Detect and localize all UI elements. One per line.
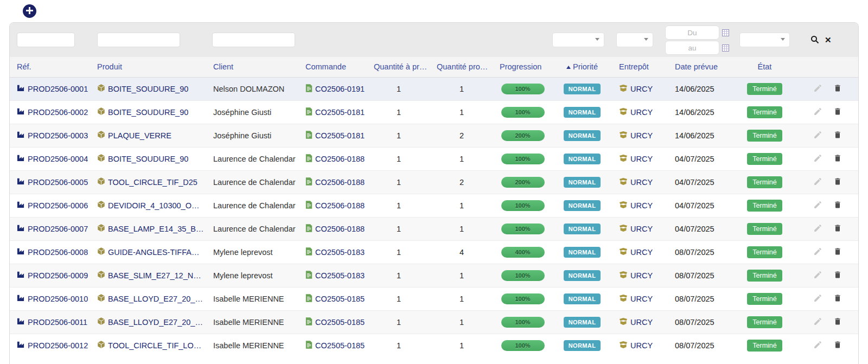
- sale-order-link[interactable]: CO2505-0181: [315, 108, 365, 117]
- sale-order-link[interactable]: CO2505-0183: [315, 248, 365, 257]
- table-row[interactable]: PROD2506-0007 BASE_LAMP_E14_35_B… Lauren…: [10, 217, 858, 240]
- warehouse-link[interactable]: URCY: [630, 85, 653, 93]
- sale-order-link[interactable]: CO2505-0185: [315, 295, 365, 303]
- sale-order-link[interactable]: CO2506-0188: [315, 201, 365, 210]
- sale-order-link[interactable]: CO2506-0191: [315, 85, 365, 93]
- production-order-link[interactable]: PROD2506-0001: [28, 85, 88, 93]
- product-link[interactable]: BASE_LAMP_E14_35_B…: [108, 225, 204, 233]
- date-to-input[interactable]: [665, 41, 719, 55]
- column-header-produit[interactable]: Produit: [90, 57, 206, 77]
- warehouse-link[interactable]: URCY: [630, 155, 653, 163]
- product-link[interactable]: BOITE_SOUDURE_90: [108, 108, 188, 117]
- production-order-link[interactable]: PROD2506-0007: [28, 225, 88, 233]
- warehouse-link[interactable]: URCY: [630, 178, 653, 187]
- column-header-commande[interactable]: Commande: [298, 57, 367, 77]
- warehouse-link[interactable]: URCY: [630, 131, 653, 140]
- product-link[interactable]: TOOL_CIRCLE_TIF_D25: [108, 178, 197, 187]
- column-header-client[interactable]: Client: [206, 57, 298, 77]
- table-row[interactable]: PROD2506-0009 BASE_SLIM_E27_12_N… Mylene…: [10, 264, 858, 287]
- delete-button[interactable]: [833, 340, 842, 351]
- production-order-link[interactable]: PROD2506-0004: [28, 155, 88, 163]
- column-header-date-prevue[interactable]: Date prévue: [665, 57, 734, 77]
- production-order-link[interactable]: PROD2506-0010: [28, 295, 88, 303]
- calendar-icon[interactable]: [722, 29, 729, 36]
- ref-filter-input[interactable]: [17, 33, 75, 47]
- sale-order-link[interactable]: CO2506-0188: [315, 178, 365, 187]
- edit-button[interactable]: [813, 293, 822, 304]
- sale-order-link[interactable]: CO2506-0188: [315, 155, 365, 163]
- production-order-link[interactable]: PROD2506-0008: [28, 248, 88, 257]
- column-header-ref[interactable]: Réf.: [10, 57, 90, 77]
- warehouse-link[interactable]: URCY: [630, 108, 653, 117]
- etat-filter-select[interactable]: [739, 33, 790, 47]
- delete-button[interactable]: [833, 154, 842, 164]
- edit-button[interactable]: [813, 154, 822, 164]
- delete-button[interactable]: [833, 270, 842, 281]
- product-link[interactable]: BOITE_SOUDURE_90: [108, 155, 188, 163]
- edit-button[interactable]: [813, 247, 822, 258]
- edit-button[interactable]: [813, 130, 822, 141]
- table-row[interactable]: PROD2506-0006 DEVIDOIR_4_10300_O… Lauren…: [10, 194, 858, 217]
- table-row[interactable]: PROD2506-0005 TOOL_CIRCLE_TIF_D25 Lauren…: [10, 170, 858, 194]
- table-row[interactable]: PROD2506-0011 BASE_LLOYD_E27_20_… Isabel…: [10, 310, 858, 334]
- production-order-link[interactable]: PROD2506-0005: [28, 178, 88, 187]
- warehouse-link[interactable]: URCY: [630, 295, 653, 303]
- edit-button[interactable]: [813, 107, 822, 118]
- production-order-link[interactable]: PROD2506-0011: [28, 318, 87, 327]
- delete-button[interactable]: [833, 223, 842, 234]
- production-order-link[interactable]: PROD2506-0006: [28, 201, 88, 210]
- delete-button[interactable]: [833, 247, 842, 258]
- delete-button[interactable]: [833, 200, 842, 211]
- production-order-link[interactable]: PROD2506-0009: [28, 271, 88, 280]
- product-link[interactable]: BASE_LLOYD_E27_20_…: [108, 295, 203, 303]
- product-link[interactable]: BASE_SLIM_E27_12_N…: [108, 271, 201, 280]
- column-header-entrepot[interactable]: Entrepôt: [612, 57, 665, 77]
- search-button[interactable]: [810, 35, 819, 46]
- production-order-link[interactable]: PROD2506-0003: [28, 131, 88, 140]
- warehouse-link[interactable]: URCY: [630, 271, 653, 280]
- date-from-input[interactable]: [665, 25, 719, 40]
- table-row[interactable]: PROD2506-0012 TOOL_CIRCLE_TIF_LO… Isabel…: [10, 334, 858, 357]
- column-header-progression[interactable]: Progression: [493, 57, 552, 77]
- delete-button[interactable]: [833, 84, 842, 94]
- priorite-filter-select[interactable]: [552, 33, 604, 47]
- product-link[interactable]: BOITE_SOUDURE_90: [108, 85, 188, 93]
- table-row[interactable]: PROD2506-0003 PLAQUE_VERRE Joséphine Giu…: [10, 124, 858, 147]
- production-order-link[interactable]: PROD2506-0012: [28, 341, 88, 350]
- sale-order-link[interactable]: CO2505-0185: [315, 318, 365, 327]
- warehouse-link[interactable]: URCY: [630, 248, 653, 257]
- edit-button[interactable]: [813, 200, 822, 211]
- product-link[interactable]: DEVIDOIR_4_10300_O…: [108, 201, 199, 210]
- entrepot-filter-select[interactable]: [616, 33, 653, 47]
- add-button[interactable]: [23, 4, 36, 18]
- sale-order-link[interactable]: CO2505-0183: [315, 271, 365, 280]
- product-link[interactable]: BASE_LLOYD_E27_20_…: [108, 318, 203, 327]
- table-row[interactable]: PROD2506-0002 BOITE_SOUDURE_90 Joséphine…: [10, 100, 858, 124]
- delete-button[interactable]: [833, 177, 842, 188]
- product-link[interactable]: TOOL_CIRCLE_TIF_LO…: [108, 341, 201, 350]
- table-row[interactable]: PROD2506-0008 GUIDE-ANGLES-TIFFA… Mylene…: [10, 240, 858, 264]
- column-header-priorite[interactable]: Priorité: [552, 57, 612, 77]
- production-order-link[interactable]: PROD2506-0002: [28, 108, 88, 117]
- warehouse-link[interactable]: URCY: [630, 318, 653, 327]
- edit-button[interactable]: [813, 270, 822, 281]
- warehouse-link[interactable]: URCY: [630, 225, 653, 233]
- clear-filters-button[interactable]: ✕: [825, 36, 832, 44]
- produit-filter-input[interactable]: [97, 33, 180, 47]
- sale-order-link[interactable]: CO2505-0181: [315, 131, 365, 140]
- sale-order-link[interactable]: CO2506-0188: [315, 225, 365, 233]
- client-filter-input[interactable]: [212, 33, 295, 47]
- warehouse-link[interactable]: URCY: [630, 341, 653, 350]
- edit-button[interactable]: [813, 223, 822, 234]
- column-header-qty-produced[interactable]: Quantité pro…: [430, 57, 493, 77]
- calendar-icon[interactable]: [722, 44, 729, 51]
- warehouse-link[interactable]: URCY: [630, 201, 653, 210]
- edit-button[interactable]: [813, 317, 822, 328]
- product-link[interactable]: GUIDE-ANGLES-TIFFA…: [108, 248, 199, 257]
- delete-button[interactable]: [833, 317, 842, 328]
- product-link[interactable]: PLAQUE_VERRE: [108, 131, 171, 140]
- column-header-qty-to-produce[interactable]: Quantité à pr…: [367, 57, 430, 77]
- table-row[interactable]: PROD2506-0010 BASE_LLOYD_E27_20_… Isabel…: [10, 287, 858, 310]
- edit-button[interactable]: [813, 177, 822, 188]
- delete-button[interactable]: [833, 130, 842, 141]
